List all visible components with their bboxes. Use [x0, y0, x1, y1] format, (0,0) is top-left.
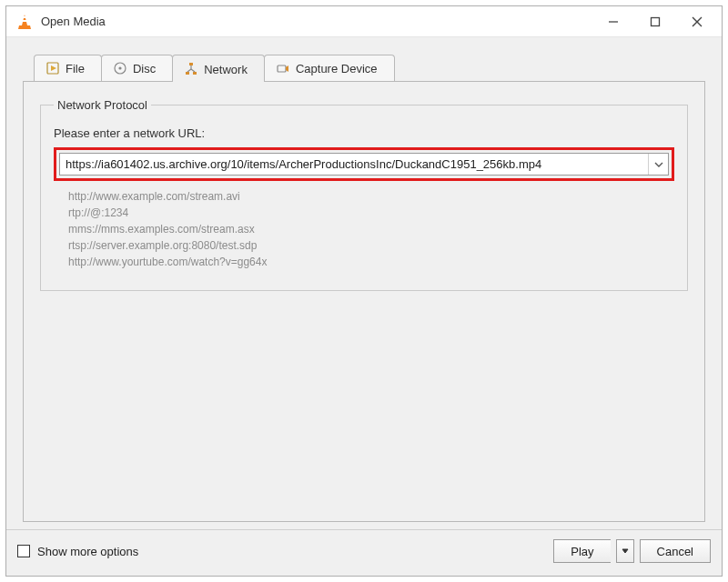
checkbox-label: Show more options: [37, 545, 138, 558]
example-line: http://www.yourtube.com/watch?v=gg64x: [68, 254, 674, 270]
url-combobox[interactable]: [59, 153, 669, 176]
tab-bar: File Disc: [34, 54, 705, 81]
svg-marker-20: [622, 549, 628, 553]
cancel-button[interactable]: Cancel: [640, 539, 711, 563]
svg-rect-18: [278, 65, 286, 72]
svg-rect-2: [22, 20, 27, 22]
tab-label: File: [66, 62, 85, 75]
tab-network[interactable]: Network: [172, 55, 265, 82]
tab-label: Disc: [133, 62, 156, 75]
play-button[interactable]: Play: [553, 539, 610, 563]
network-protocol-group: Network Protocol Please enter a network …: [40, 98, 688, 291]
svg-rect-14: [193, 72, 197, 75]
example-line: mms://mms.examples.com/stream.asx: [68, 221, 674, 237]
minimize-button[interactable]: [592, 6, 634, 37]
button-label: Play: [571, 545, 593, 558]
vlc-cone-icon: [15, 13, 34, 31]
svg-rect-1: [23, 16, 26, 18]
url-dropdown-button[interactable]: [648, 154, 668, 175]
tab-disc[interactable]: Disc: [101, 55, 173, 81]
maximize-button[interactable]: [634, 6, 676, 37]
file-play-icon: [46, 61, 60, 75]
checkbox-box-icon: [17, 545, 30, 557]
group-label: Network Protocol: [54, 98, 151, 112]
svg-rect-12: [189, 63, 193, 65]
disc-icon: [113, 61, 127, 75]
dialog-footer: Show more options Play Cancel: [6, 529, 722, 576]
svg-marker-9: [51, 65, 56, 71]
example-line: rtsp://server.example.org:8080/test.sdp: [68, 237, 674, 254]
url-highlight-box: [54, 147, 674, 181]
titlebar: Open Media: [6, 6, 722, 37]
tab-label: Network: [204, 63, 248, 76]
url-prompt: Please enter a network URL:: [54, 126, 674, 140]
play-dropdown-button[interactable]: [616, 539, 634, 563]
network-icon: [184, 62, 198, 76]
capture-device-icon: [276, 61, 290, 75]
tab-panel-network: Network Protocol Please enter a network …: [23, 81, 705, 522]
button-label: Cancel: [657, 545, 693, 558]
example-line: rtp://@:1234: [68, 205, 674, 221]
svg-point-11: [118, 66, 121, 69]
tab-file[interactable]: File: [34, 55, 102, 81]
svg-rect-13: [186, 72, 189, 75]
tab-label: Capture Device: [296, 62, 378, 75]
dialog-body: File Disc: [6, 37, 722, 529]
window-title: Open Media: [41, 15, 106, 28]
play-split-button: Play: [548, 539, 633, 563]
show-more-options-checkbox[interactable]: Show more options: [17, 545, 138, 558]
tab-capture-device[interactable]: Capture Device: [264, 55, 395, 81]
svg-line-17: [191, 69, 195, 72]
network-url-input[interactable]: [60, 154, 648, 175]
url-examples: http://www.example.com/stream.avi rtp://…: [68, 188, 674, 270]
svg-rect-5: [652, 17, 660, 25]
open-media-dialog: Open Media File Disc: [5, 5, 723, 577]
svg-line-16: [187, 69, 191, 72]
example-line: http://www.example.com/stream.avi: [68, 188, 674, 205]
close-button[interactable]: [676, 6, 718, 37]
svg-marker-3: [18, 25, 31, 29]
